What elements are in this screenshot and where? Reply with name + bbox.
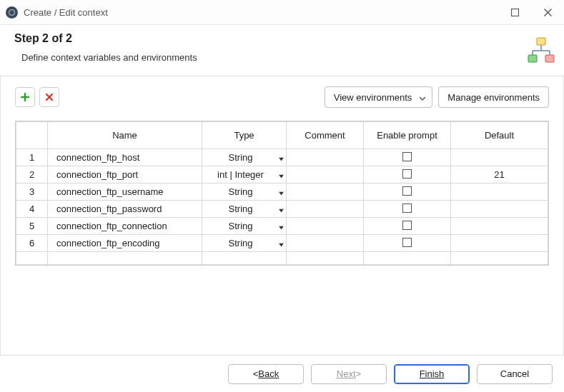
svg-rect-1	[537, 38, 545, 45]
table-row[interactable]: 1connection_ftp_hostString	[16, 149, 548, 166]
type-value: String	[229, 152, 253, 163]
dialog-window: Create / Edit context Step 2 of 2 Define…	[0, 0, 564, 392]
back-label: Back	[258, 368, 279, 379]
svg-rect-0	[511, 9, 518, 16]
table-row[interactable]: 4connection_ftp_passwordString	[16, 201, 548, 218]
enable-prompt-cell[interactable]	[364, 218, 451, 235]
table-row[interactable]: 6connection_ftp_encodingString	[16, 235, 548, 252]
type-value: String	[229, 238, 253, 248]
chevron-down-icon	[419, 92, 426, 103]
view-environments-label: View environments	[334, 92, 412, 103]
row-index: 4	[16, 201, 48, 218]
type-cell[interactable]: String	[202, 201, 287, 218]
comment-cell[interactable]	[287, 235, 364, 252]
table-row[interactable]: 3connection_ftp_usernameString	[16, 184, 548, 201]
default-cell[interactable]	[451, 218, 548, 235]
app-icon	[6, 6, 18, 19]
enable-prompt-checkbox[interactable]	[402, 152, 412, 161]
type-value: String	[229, 221, 253, 231]
default-cell[interactable]	[451, 235, 548, 252]
back-prefix: <	[253, 368, 259, 379]
col-default-header[interactable]: Default	[451, 122, 548, 149]
manage-environments-button[interactable]: Manage environments	[438, 86, 549, 108]
cancel-label: Cancel	[500, 368, 529, 379]
comment-cell[interactable]	[287, 201, 364, 218]
col-index-header[interactable]	[16, 122, 48, 149]
row-index: 1	[16, 149, 48, 166]
col-comment-header[interactable]: Comment	[287, 122, 364, 149]
x-icon	[45, 93, 54, 101]
enable-prompt-cell[interactable]	[364, 166, 451, 184]
default-cell[interactable]	[451, 149, 548, 166]
type-cell[interactable]: int | Integer	[202, 166, 287, 184]
view-environments-dropdown[interactable]: View environments	[325, 86, 433, 108]
default-cell[interactable]: 21	[451, 166, 548, 184]
comment-cell[interactable]	[287, 184, 364, 201]
table-row[interactable]: 5connection_ftp_connectionString	[16, 218, 548, 235]
delete-row-button[interactable]	[39, 87, 59, 107]
enable-prompt-checkbox[interactable]	[402, 238, 412, 247]
comment-cell[interactable]	[287, 218, 364, 235]
next-label: Next	[337, 368, 356, 379]
enable-prompt-cell[interactable]	[364, 184, 451, 201]
name-cell[interactable]: connection_ftp_host	[48, 149, 202, 166]
type-cell[interactable]: String	[202, 149, 287, 166]
enable-prompt-checkbox[interactable]	[402, 203, 412, 213]
type-value: String	[229, 203, 253, 214]
variables-table: Name Type Comment Enable prompt Default …	[16, 121, 548, 265]
col-name-header[interactable]: Name	[48, 122, 202, 149]
window-title: Create / Edit context	[24, 7, 108, 18]
default-cell[interactable]	[451, 201, 548, 218]
step-title: Step 2 of 2	[14, 32, 550, 45]
maximize-button[interactable]	[498, 1, 531, 23]
row-index: 3	[16, 184, 48, 201]
row-index: 6	[16, 235, 48, 252]
default-cell[interactable]	[451, 184, 548, 201]
name-cell[interactable]: connection_ftp_password	[48, 201, 202, 218]
step-subtitle: Define context variables and environment…	[21, 52, 550, 63]
maximize-icon	[511, 9, 519, 16]
wizard-footer: < Back Next > Finish Cancel	[0, 355, 564, 392]
enable-prompt-checkbox[interactable]	[402, 221, 412, 230]
manage-environments-label: Manage environments	[447, 92, 540, 103]
row-index: 5	[16, 218, 48, 235]
close-icon	[544, 9, 552, 16]
dropdown-caret-icon	[279, 186, 284, 197]
add-row-button[interactable]	[15, 87, 35, 107]
enable-prompt-cell[interactable]	[364, 201, 451, 218]
context-hierarchy-icon	[527, 36, 555, 65]
blank-row	[16, 252, 548, 265]
type-cell[interactable]: String	[202, 235, 287, 252]
dropdown-caret-icon	[279, 169, 284, 180]
wizard-body: View environments Manage environments N	[0, 76, 564, 355]
dropdown-caret-icon	[279, 203, 284, 214]
col-enable-prompt-header[interactable]: Enable prompt	[364, 122, 451, 149]
enable-prompt-checkbox[interactable]	[402, 169, 412, 179]
variables-table-wrap: Name Type Comment Enable prompt Default …	[15, 121, 549, 266]
enable-prompt-cell[interactable]	[364, 235, 451, 252]
type-cell[interactable]: String	[202, 218, 287, 235]
next-suffix: >	[356, 368, 362, 379]
cancel-button[interactable]: Cancel	[477, 364, 553, 384]
enable-prompt-cell[interactable]	[364, 149, 451, 166]
enable-prompt-checkbox[interactable]	[402, 186, 412, 196]
col-type-header[interactable]: Type	[202, 122, 287, 149]
row-index: 2	[16, 166, 48, 184]
type-value: String	[229, 186, 253, 197]
comment-cell[interactable]	[287, 166, 364, 184]
name-cell[interactable]: connection_ftp_port	[48, 166, 202, 184]
name-cell[interactable]: connection_ftp_encoding	[48, 235, 202, 252]
name-cell[interactable]: connection_ftp_connection	[48, 218, 202, 235]
wizard-header: Step 2 of 2 Define context variables and…	[0, 24, 564, 76]
titlebar: Create / Edit context	[0, 0, 564, 24]
name-cell[interactable]: connection_ftp_username	[48, 184, 202, 201]
finish-label: Finish	[420, 368, 445, 379]
table-row[interactable]: 2connection_ftp_portint | Integer21	[16, 166, 548, 184]
comment-cell[interactable]	[287, 149, 364, 166]
back-button[interactable]: < Back	[228, 364, 304, 384]
dropdown-caret-icon	[279, 221, 284, 231]
svg-rect-6	[528, 55, 537, 62]
type-cell[interactable]: String	[202, 184, 287, 201]
finish-button[interactable]: Finish	[394, 364, 470, 384]
close-button[interactable]	[531, 1, 564, 23]
